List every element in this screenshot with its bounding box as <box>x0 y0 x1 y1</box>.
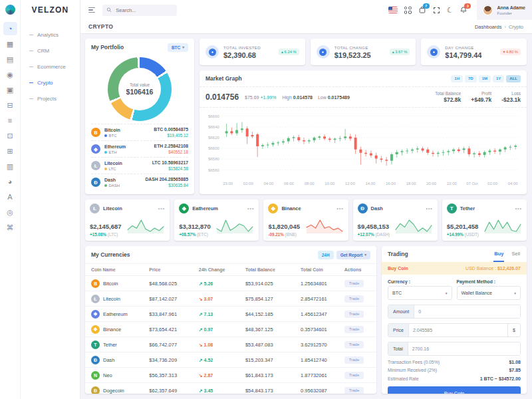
portfolio-asset-ethereum: ◆EthereumETHETH 2.25842108$40552.18 <box>91 140 188 157</box>
menu-dash-icon <box>29 66 33 67</box>
payment-method-select[interactable]: Wallet Balance▾ <box>457 286 521 300</box>
cart-button[interactable]: 7 <box>418 6 426 14</box>
dark-mode-button[interactable]: ☾ <box>447 6 454 15</box>
table-row-binance: ◆Binance$73,654.421↗ 0.97$48,367.1250.35… <box>85 322 376 337</box>
range-button-1y[interactable]: 1Y <box>493 75 504 82</box>
portfolio-currency-select[interactable]: BTC▾ <box>168 43 188 52</box>
menu-dash-icon <box>29 35 33 35</box>
tab-buy[interactable]: Buy <box>493 246 504 262</box>
amount-input[interactable] <box>414 305 520 318</box>
rail-multi-level-icon[interactable]: ⌘ <box>3 221 17 234</box>
search-box[interactable] <box>102 5 177 16</box>
range-button-7d[interactable]: 7D <box>465 75 477 82</box>
trade-button[interactable]: Trade <box>344 326 364 333</box>
card-menu-button[interactable]: ••• <box>336 207 343 210</box>
sidebar-item-ecommerce[interactable]: Ecommerce <box>29 59 80 74</box>
trade-button[interactable]: Trade <box>344 311 364 318</box>
coin-name: Litecoin <box>103 296 120 302</box>
price-cell: $56,357.313 <box>149 368 198 383</box>
trade-button[interactable]: Trade <box>344 341 364 348</box>
tab-sell[interactable]: Sell <box>511 246 521 262</box>
coin-card-values: $9,458,153+12.07% (DASH) <box>358 223 390 237</box>
range-button-all[interactable]: ALL <box>506 75 521 82</box>
trade-button[interactable]: Trade <box>344 372 364 379</box>
rail-layouts-icon[interactable]: ▤ <box>3 53 17 66</box>
rail-forms-icon[interactable]: ▥ <box>3 160 17 173</box>
change-value: ↘ 2.87 <box>199 373 213 378</box>
change-value: ↗ 5.26 <box>199 281 213 286</box>
actions-cell: Trade <box>344 337 376 352</box>
coin-card-name: Dash <box>371 205 383 211</box>
rail-advance-ui-icon[interactable]: ⊡ <box>3 129 17 142</box>
rail-pages-icon[interactable]: ▣ <box>3 83 17 96</box>
trade-button[interactable]: Trade <box>344 356 364 364</box>
range-button-1h[interactable]: 1H <box>451 75 463 82</box>
language-flag-button[interactable] <box>388 7 398 13</box>
currencies-table-head: Coin NamePrice24h ChangeTotal BalanceTot… <box>85 264 376 276</box>
change-percent: +08.57% <box>179 232 197 237</box>
breadcrumb-parent[interactable]: Dashboards <box>475 24 501 30</box>
search-input[interactable] <box>114 7 173 14</box>
trade-button[interactable]: Trade <box>344 295 364 303</box>
total-input[interactable] <box>408 342 520 355</box>
price-input[interactable] <box>409 324 507 336</box>
rail-widgets-icon[interactable]: ⊞ <box>3 144 17 158</box>
rail-apps-icon[interactable]: ▦ <box>3 37 17 51</box>
sidebar-item-analytics[interactable]: Analytics <box>29 27 80 43</box>
change-pair: (LTC) <box>108 232 118 237</box>
get-report-button[interactable]: Get Report▾ <box>336 251 370 259</box>
coin-neo-icon: N <box>91 371 100 380</box>
hamburger-menu-icon[interactable] <box>88 7 95 13</box>
brand-logo[interactable]: VELZON <box>21 0 80 20</box>
trade-button[interactable]: Trade <box>344 280 364 287</box>
total-coin-cell: 3.62912570 <box>301 337 344 352</box>
rail-landing-icon[interactable]: ⊟ <box>3 98 17 112</box>
rail-authentication-icon[interactable]: ◉ <box>3 68 17 81</box>
app-logo-icon[interactable] <box>5 5 15 15</box>
coin-card-value: $9,458,153 <box>358 223 390 230</box>
sidebar-item-crm[interactable]: CRM <box>29 43 80 59</box>
trade-button[interactable]: Trade <box>344 387 364 394</box>
rail-charts-icon[interactable]: ◕ <box>3 175 17 188</box>
market-low: Low 0.0175489 <box>318 95 350 100</box>
sidebar: ◔▦▤◉▣⊟≡⊡⊞▥◕A◎⌘ VELZON AnalyticsCRMEcomme… <box>0 0 80 399</box>
fullscreen-button[interactable] <box>433 7 440 14</box>
user-menu[interactable]: Anna Adame Founder <box>477 0 532 20</box>
currency-select[interactable]: BTC▾ <box>388 286 452 300</box>
amount-label: Amount <box>388 305 414 318</box>
rail-icons-icon[interactable]: A <box>3 190 17 203</box>
page-title: CRYPTO <box>88 23 113 30</box>
stat-label: TOTAL INVESTED <box>223 45 261 50</box>
card-menu-button[interactable]: ••• <box>158 207 165 210</box>
coin-litecoin-icon: Ł <box>91 295 100 303</box>
coin-card-header: ŁLitecoin••• <box>90 203 165 213</box>
market-profit: Profit+$49.7k <box>471 91 491 103</box>
rail-base-ui-icon[interactable]: ≡ <box>3 114 17 127</box>
total-coin-cell: 1.85412740 <box>301 352 344 368</box>
stat-card-total-invested: TOTAL INVESTED$2,390.68▴ 6.24 % <box>200 39 305 65</box>
card-menu-button[interactable]: ••• <box>247 207 254 210</box>
breadcrumb-separator: › <box>504 24 506 30</box>
buy-coin-button[interactable]: Buy Coin <box>388 386 521 394</box>
range-button-1m[interactable]: 1M <box>479 75 491 82</box>
total-balance-cell: $53,914.025 <box>245 276 301 291</box>
coin-name-cell: ◆Binance <box>85 322 149 337</box>
stat-value: $19,523.25 <box>334 51 371 59</box>
asset-name: Dash <box>104 177 120 183</box>
rail-maps-icon[interactable]: ◎ <box>3 205 17 219</box>
apps-grid-button[interactable] <box>404 7 412 14</box>
coin-dogecoin-icon: Ð <box>91 386 100 394</box>
notifications-button[interactable]: 3 <box>460 6 467 14</box>
change-value: ↗ 7.13 <box>199 312 213 317</box>
svg-text:22:00: 22:00 <box>447 182 458 186</box>
range-24h-button[interactable]: 24H <box>318 251 334 259</box>
user-avatar <box>482 5 493 16</box>
notifications-badge: 3 <box>464 3 471 9</box>
rail-dashboards-icon[interactable]: ◔ <box>3 22 17 35</box>
sidebar-item-projects[interactable]: Projects <box>29 90 80 106</box>
card-menu-button[interactable]: ••• <box>515 207 522 210</box>
coin-name-cell: TTether <box>85 337 149 352</box>
page-header: CRYPTO Dashboards › Crypto <box>80 20 532 34</box>
sidebar-item-crypto[interactable]: Crypto <box>29 74 80 90</box>
card-menu-button[interactable]: ••• <box>426 207 432 210</box>
